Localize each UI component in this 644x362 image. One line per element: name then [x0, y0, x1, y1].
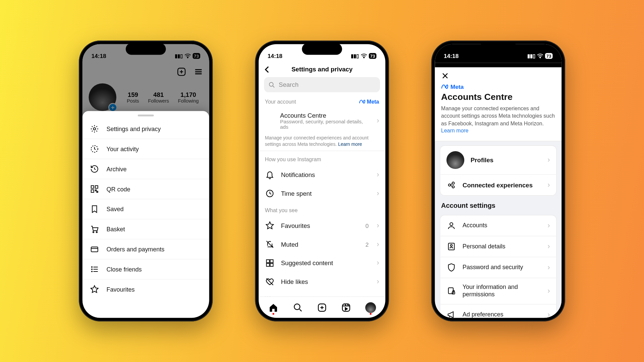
phone-1: 14:18 ▮▮▯ 73 [79, 41, 213, 321]
tab-bar [259, 296, 385, 318]
wifi-icon [361, 53, 367, 58]
back-button[interactable] [262, 65, 272, 74]
cart-icon [90, 224, 99, 234]
bookmark-icon [90, 204, 99, 214]
profile-avatar[interactable]: + [89, 83, 116, 111]
row-suggested-content[interactable]: Suggested content › [259, 254, 385, 273]
create-post-icon[interactable] [176, 66, 187, 77]
stat-following[interactable]: 1,170 Following [178, 91, 199, 103]
avatar [446, 151, 464, 169]
learn-more-link[interactable]: Learn more [338, 141, 362, 146]
hamburger-menu-icon[interactable] [193, 66, 204, 77]
row-info-permissions[interactable]: Your information and permissions › [440, 278, 556, 304]
svg-point-2 [93, 128, 96, 130]
chevron-right-icon: › [377, 117, 379, 125]
row-connected-experiences[interactable]: Connected experiences › [440, 175, 556, 195]
meta-brand: Meta [359, 99, 379, 105]
stat-followers[interactable]: 481 Followers [148, 91, 169, 103]
row-favourites[interactable]: Favourites 0 › [259, 216, 385, 235]
svg-point-25 [452, 182, 454, 184]
doc-lock-icon [446, 286, 456, 296]
svg-point-11 [92, 269, 92, 269]
activity-icon [90, 144, 99, 154]
svg-point-13 [364, 57, 364, 58]
menu-favourites[interactable]: Favourites [83, 280, 209, 299]
svg-point-10 [92, 267, 92, 267]
svg-point-20 [294, 304, 300, 309]
tab-reels[interactable] [341, 302, 352, 313]
page-description: Manage your connected experiences and ac… [441, 105, 555, 135]
phone-3: 14:18 ▮▮▯ 73 Meta Accounts Centre [431, 41, 565, 321]
notch [302, 43, 342, 55]
svg-point-7 [93, 232, 94, 233]
chevron-right-icon: › [548, 311, 550, 318]
svg-rect-19 [270, 263, 273, 266]
notch [126, 43, 166, 55]
chevron-right-icon: › [377, 259, 379, 267]
shield-icon [446, 263, 456, 273]
phone-2: 14:18 ▮▮▯ 73 Settings and privacy Search… [255, 41, 389, 321]
bottom-sheet: Settings and privacy Your activity Archi… [83, 111, 209, 318]
svg-point-23 [540, 57, 540, 58]
menu-archive[interactable]: Archive [83, 159, 209, 179]
row-notifications[interactable]: Notifications › [259, 166, 385, 184]
svg-point-14 [269, 82, 273, 86]
accounts-centre-description: Manage your connected experiences and ac… [259, 134, 385, 151]
section-what-you-see: What you see [265, 207, 298, 214]
bell-off-icon [265, 240, 275, 249]
stat-posts[interactable]: 159 Posts [127, 91, 139, 103]
menu-your-activity[interactable]: Your activity [83, 139, 209, 159]
card-icon [90, 244, 99, 254]
row-profiles[interactable]: Profiles › [440, 146, 556, 175]
star-icon [265, 221, 275, 231]
menu-orders-payments[interactable]: Orders and payments [83, 239, 209, 259]
row-accounts-centre[interactable]: Accounts Centre Password, security, pers… [259, 108, 385, 134]
svg-rect-30 [448, 288, 453, 294]
row-ad-preferences[interactable]: Ad preferences › [440, 304, 556, 318]
search-input[interactable]: Search [264, 77, 380, 92]
svg-point-0 [187, 57, 188, 58]
section-your-account: Your account [265, 99, 296, 105]
chevron-right-icon: › [548, 222, 550, 230]
svg-point-29 [450, 245, 452, 247]
svg-point-24 [448, 184, 451, 186]
user-icon [446, 221, 456, 231]
chevron-right-icon: › [548, 181, 550, 189]
menu-settings-privacy[interactable]: Settings and privacy [83, 119, 209, 139]
learn-more-link[interactable]: Learn more [441, 128, 469, 134]
chevron-right-icon: › [377, 278, 379, 286]
chevron-right-icon: › [548, 287, 550, 295]
menu-close-friends[interactable]: Close friends [83, 259, 209, 280]
svg-rect-17 [270, 260, 273, 263]
svg-rect-18 [266, 263, 269, 266]
heart-off-icon [265, 277, 275, 287]
megaphone-icon [446, 310, 456, 318]
archive-icon [90, 164, 99, 174]
link-icon [446, 180, 456, 190]
row-time-spent[interactable]: Time spent › [259, 184, 385, 203]
row-muted[interactable]: Muted 2 › [259, 235, 385, 254]
svg-point-8 [96, 232, 97, 233]
menu-saved[interactable]: Saved [83, 199, 209, 220]
close-button[interactable] [441, 72, 555, 80]
svg-point-27 [450, 223, 453, 226]
tab-profile[interactable] [365, 302, 376, 313]
row-accounts[interactable]: Accounts › [440, 216, 556, 237]
id-icon [446, 242, 456, 251]
notch [478, 43, 519, 55]
row-personal-details[interactable]: Personal details › [440, 236, 556, 257]
chevron-right-icon: › [548, 156, 550, 164]
gear-icon [90, 124, 99, 134]
signal-icon: ▮▮▯ [351, 53, 359, 59]
add-story-badge[interactable]: + [108, 103, 117, 112]
row-password-security[interactable]: Password and security › [440, 257, 556, 279]
status-time: 14:18 [91, 52, 106, 59]
row-hide-likes[interactable]: Hide likes › [259, 273, 385, 291]
sheet-grabber[interactable] [138, 115, 154, 116]
menu-basket[interactable]: Basket [83, 219, 209, 239]
tab-home[interactable] [268, 302, 279, 313]
chevron-right-icon: › [377, 171, 379, 179]
menu-qr-code[interactable]: QR code [83, 179, 209, 199]
tab-create[interactable] [317, 302, 327, 313]
tab-search[interactable] [292, 302, 303, 313]
